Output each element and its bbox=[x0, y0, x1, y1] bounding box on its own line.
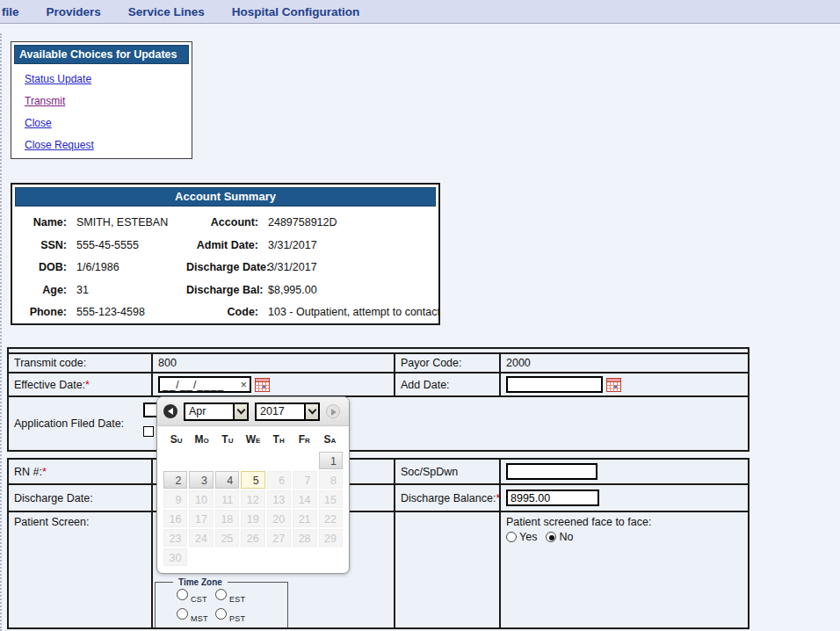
required-marker: * bbox=[42, 466, 47, 478]
nav-item-hospital-configuration[interactable]: Hospital Configuration bbox=[232, 5, 360, 18]
calendar-day-8: 8 bbox=[319, 471, 343, 489]
timezone-option-pst: PST bbox=[215, 608, 254, 623]
screened-yes-radio[interactable] bbox=[506, 532, 517, 542]
calendar-empty-cell bbox=[267, 548, 291, 566]
nav-item-providers[interactable]: Providers bbox=[47, 5, 101, 18]
soc-spdwn-input[interactable] bbox=[506, 463, 597, 480]
timezone-radio-mst[interactable] bbox=[177, 608, 188, 620]
next-month-button[interactable] bbox=[326, 404, 340, 418]
summary-label: Discharge Date: bbox=[186, 257, 258, 279]
summary-value: 1/6/1986 bbox=[67, 257, 186, 279]
month-select[interactable]: Apr bbox=[184, 403, 249, 421]
weekday-label: We bbox=[240, 433, 265, 446]
calendar-day-21: 21 bbox=[293, 510, 316, 527]
nav-item-file[interactable]: file bbox=[2, 5, 19, 18]
calendar-day-10: 10 bbox=[189, 490, 213, 508]
prev-month-button[interactable] bbox=[163, 404, 177, 418]
calendar-day-28: 28 bbox=[293, 529, 316, 547]
calendar-day-5[interactable]: 5 bbox=[241, 471, 264, 489]
calendar-day-13: 13 bbox=[267, 490, 291, 508]
summary-label: Admit Date: bbox=[186, 235, 258, 257]
calendar-empty-cell bbox=[241, 452, 264, 469]
timezone-radio-est[interactable] bbox=[215, 589, 227, 600]
calendar-day-11: 11 bbox=[215, 490, 239, 508]
account-summary-grid: Name:SMITH, ESTEBANAccount:2489758912DSS… bbox=[12, 212, 435, 324]
calendar-icon[interactable] bbox=[606, 378, 621, 392]
summary-value: 103 - Outpatient, attempt to contact bbox=[258, 301, 440, 324]
discharge-form-section: RN #:* Soc/SpDwn Discharge Date: Dischar… bbox=[7, 458, 749, 631]
payor-code-label: Payor Code: bbox=[395, 353, 500, 373]
add-date-label: Add Date: bbox=[395, 373, 500, 396]
summary-value: SMITH, ESTEBAN bbox=[67, 212, 186, 235]
timezone-label-pst: PST bbox=[229, 614, 245, 623]
discharge-balance-label: Discharge Balance:* bbox=[395, 484, 500, 511]
year-select[interactable]: 2017 bbox=[255, 403, 320, 421]
application-filed-checkbox[interactable] bbox=[143, 426, 154, 437]
calendar-day-18: 18 bbox=[215, 510, 239, 527]
payor-code-value: 2000 bbox=[500, 353, 749, 373]
summary-label: Age: bbox=[12, 279, 67, 302]
summary-value: 3/31/2017 bbox=[258, 257, 440, 279]
calendar-empty-cell bbox=[189, 452, 213, 469]
calendar-day-4[interactable]: 4 bbox=[215, 471, 239, 489]
calendar-day-25: 25 bbox=[215, 529, 239, 547]
effective-date-mask: __/__/____ bbox=[163, 379, 224, 391]
screened-yes-label: Yes bbox=[519, 531, 537, 543]
calendar-day-6: 6 bbox=[267, 471, 291, 489]
summary-value: 31 bbox=[67, 279, 186, 302]
application-filed-date-label: Application Filed Date: bbox=[14, 417, 124, 430]
account-summary-panel: Account Summary Name:SMITH, ESTEBANAccou… bbox=[11, 183, 440, 325]
available-choices-links: Status UpdateTransmitCloseClose Request bbox=[11, 67, 192, 151]
timezone-label-cst: CST bbox=[191, 595, 207, 604]
nav-item-service-lines[interactable]: Service Lines bbox=[128, 5, 205, 18]
calendar-day-3[interactable]: 3 bbox=[189, 471, 213, 489]
calendar-day-7: 7 bbox=[293, 471, 316, 489]
rn-number-label: RN #:* bbox=[8, 459, 152, 484]
choices-link-transmit[interactable]: Transmit bbox=[25, 95, 192, 107]
timezone-fieldset: Time Zone CSTESTMSTPST bbox=[155, 577, 288, 628]
calendar-empty-cell bbox=[215, 548, 239, 566]
effective-date-input[interactable]: __/__/____ × bbox=[158, 376, 251, 393]
weekday-label: Tu bbox=[214, 433, 240, 446]
choices-link-status-update[interactable]: Status Update bbox=[25, 73, 192, 85]
summary-value: 3/31/2017 bbox=[258, 235, 440, 257]
timezone-radio-cst[interactable] bbox=[177, 589, 188, 600]
calendar-grid: 1234567891011121314151617181920212223242… bbox=[157, 452, 349, 566]
timezone-legend: Time Zone bbox=[173, 577, 228, 587]
calendar-icon[interactable] bbox=[255, 378, 270, 392]
patient-screened-label: Patient screened face to face: bbox=[506, 516, 742, 528]
choices-link-close[interactable]: Close bbox=[25, 117, 192, 129]
choices-link-close-request[interactable]: Close Request bbox=[25, 139, 192, 151]
calendar-day-2[interactable]: 2 bbox=[163, 471, 187, 489]
calendar-day-27: 27 bbox=[267, 529, 291, 547]
calendar-day-9: 9 bbox=[163, 490, 187, 508]
clear-icon[interactable]: × bbox=[240, 379, 247, 390]
weekday-label: Mo bbox=[189, 433, 214, 446]
screened-no-radio[interactable] bbox=[546, 532, 556, 542]
calendar-day-1[interactable]: 1 bbox=[319, 452, 343, 469]
timezone-option-mst: MST bbox=[177, 608, 215, 623]
timezone-options: CSTESTMSTPST bbox=[156, 587, 287, 623]
left-dotted-edge bbox=[0, 33, 2, 631]
patient-screen-label: Patient Screen: bbox=[8, 511, 152, 628]
available-choices-panel: Available Choices for Updates Status Upd… bbox=[11, 41, 192, 159]
transmit-form-table: Transmit code: 800 Payor Code: 2000 Effe… bbox=[7, 347, 749, 452]
calendar-empty-cell bbox=[293, 548, 316, 566]
chevron-down-icon bbox=[304, 404, 318, 419]
calendar-day-19: 19 bbox=[241, 510, 264, 527]
discharge-form-table: RN #:* Soc/SpDwn Discharge Date: Dischar… bbox=[7, 458, 749, 629]
summary-value: 555-45-5555 bbox=[67, 235, 186, 257]
add-date-input[interactable] bbox=[506, 376, 603, 393]
timezone-radio-pst[interactable] bbox=[215, 608, 227, 620]
discharge-balance-input[interactable] bbox=[506, 490, 599, 506]
summary-label: Phone: bbox=[12, 301, 67, 324]
summary-label: SSN: bbox=[12, 235, 67, 257]
weekday-label: Fr bbox=[292, 433, 317, 446]
calendar-day-29: 29 bbox=[319, 529, 343, 547]
transmit-code-label: Transmit code: bbox=[8, 353, 152, 373]
calendar-day-14: 14 bbox=[293, 490, 316, 508]
summary-label: Account: bbox=[186, 212, 258, 235]
summary-label: DOB: bbox=[12, 257, 67, 279]
soc-spdwn-label: Soc/SpDwn bbox=[395, 459, 500, 484]
top-nav: fileProvidersService LinesHospital Confi… bbox=[0, 0, 840, 24]
